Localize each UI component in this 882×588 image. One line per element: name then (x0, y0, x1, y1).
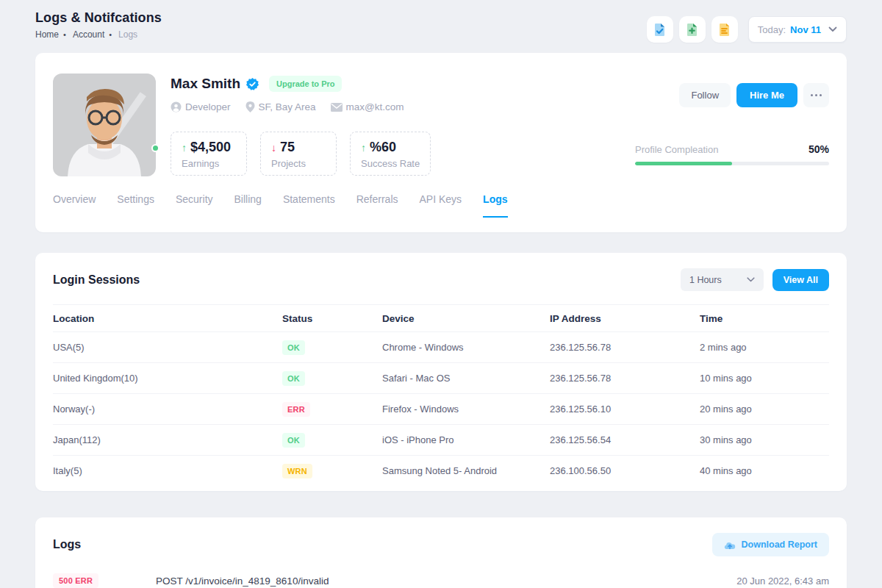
status-badge: ERR (282, 402, 310, 417)
stat-label: Earnings (182, 158, 236, 169)
col-location: Location (53, 313, 282, 324)
role-label: Developer (185, 101, 231, 112)
stat-success-rate: %60 Success Rate (350, 132, 431, 176)
stat-value: %60 (370, 140, 396, 155)
col-status: Status (282, 313, 382, 324)
email-item: max@kt.com (331, 101, 404, 112)
cell-time: 40 mins ago (700, 465, 829, 476)
location-label: SF, Bay Area (259, 101, 316, 112)
chevron-down-icon (747, 277, 755, 282)
table-row: United Kingdom(10) OK Safari - Mac OS 23… (53, 362, 829, 393)
hire-me-button[interactable]: Hire Me (736, 83, 797, 107)
logs-title: Logs (53, 538, 81, 551)
cell-device: Chrome - Windows (382, 342, 550, 353)
cell-location: Japan(112) (53, 434, 282, 445)
download-report-button[interactable]: Download Report (712, 533, 829, 556)
profile-card: Max Smith Upgrade to Pro Developer SF, B… (35, 53, 847, 232)
log-entry-row: 500 ERR POST /v1/invoice/in_4819_8610/in… (53, 573, 829, 588)
tab-overview[interactable]: Overview (53, 193, 96, 218)
completion-label: Profile Compleation (635, 144, 718, 155)
col-time: Time (700, 313, 829, 324)
file-check-button[interactable] (647, 16, 673, 43)
cell-device: iOS - iPhone Pro (382, 434, 550, 445)
progress-fill (635, 162, 732, 165)
tab-logs[interactable]: Logs (483, 193, 507, 218)
avatar (53, 74, 156, 176)
ellipsis-icon (811, 94, 813, 96)
follow-button[interactable]: Follow (679, 83, 731, 107)
page: Logs & Notifcations Home Account Logs (0, 0, 882, 588)
breadcrumb: Home Account Logs (35, 29, 162, 40)
page-title: Logs & Notifcations (35, 10, 162, 26)
more-options-button[interactable] (803, 83, 829, 107)
table-row: Italy(5) WRN Samsung Noted 5- Android 23… (53, 455, 829, 486)
cell-ip: 236.125.56.10 (550, 404, 700, 415)
file-plus-icon (685, 23, 699, 37)
stat-value: 75 (280, 140, 295, 155)
login-sessions-card: Login Sessions 1 Hours View All Location… (35, 253, 847, 491)
log-timestamp: 20 Jun 2022, 6:43 am (736, 576, 829, 587)
cell-time: 10 mins ago (700, 373, 829, 384)
progress-bar (635, 162, 829, 165)
profile-meta: Developer SF, Bay Area max@kt.com (171, 101, 635, 112)
cell-time: 20 mins ago (700, 404, 829, 415)
user-name: Max Smith (171, 76, 240, 92)
col-ip-address: IP Address (550, 313, 700, 324)
file-lines-button[interactable] (711, 16, 738, 43)
profile-info: Max Smith Upgrade to Pro Developer SF, B… (171, 74, 635, 176)
table-row: Norway(-) ERR Firefox - Windows 236.125.… (53, 393, 829, 424)
stat-earnings: $4,500 Earnings (171, 132, 247, 176)
verified-badge-icon (246, 78, 259, 90)
cell-time: 30 mins ago (700, 434, 829, 445)
tab-api-keys[interactable]: API Keys (420, 193, 462, 218)
cell-location: Italy(5) (53, 465, 282, 476)
profile-completion: Profile Compleation 50% (635, 143, 829, 165)
file-lines-icon (717, 23, 731, 37)
topbar-left: Logs & Notifcations Home Account Logs (35, 10, 162, 40)
envelope-icon (331, 103, 343, 112)
cell-device: Safari - Mac OS (382, 373, 550, 384)
location-item: SF, Bay Area (245, 101, 316, 112)
email-label: max@kt.com (346, 101, 404, 112)
table-row: Japan(112) OK iOS - iPhone Pro 236.125.5… (53, 424, 829, 455)
profile-tabs: Overview Settings Security Billing State… (53, 193, 829, 218)
sessions-title: Login Sessions (53, 273, 140, 287)
tab-referrals[interactable]: Referrals (356, 193, 398, 218)
log-request: POST /v1/invoice/in_4819_8610/invalid (156, 576, 736, 587)
hours-filter-select[interactable]: 1 Hours (681, 268, 764, 291)
stats-row: $4,500 Earnings 75 Projects (171, 132, 635, 176)
cell-location: United Kingdom(10) (53, 373, 282, 384)
breadcrumb-logs: Logs (118, 29, 137, 40)
role-item: Developer (171, 101, 231, 112)
tab-settings[interactable]: Settings (117, 193, 154, 218)
table-header-row: Location Status Device IP Address Time (53, 304, 829, 331)
tab-statements[interactable]: Statements (283, 193, 335, 218)
map-pin-icon (245, 101, 255, 112)
profile-right: Follow Hire Me Profile Compleation 50% (635, 74, 829, 176)
tab-security[interactable]: Security (176, 193, 213, 218)
file-plus-button[interactable] (679, 16, 706, 43)
cell-device: Firefox - Windows (382, 404, 550, 415)
stat-label: Success Rate (361, 158, 420, 169)
view-all-button[interactable]: View All (772, 269, 829, 291)
date-selector[interactable]: Today: Nov 11 (748, 16, 847, 43)
logs-card: Logs Download Report 500 ERR POST /v1/in… (35, 517, 847, 588)
cell-ip: 236.100.56.50 (550, 465, 700, 476)
cell-ip: 236.125.56.54 (550, 434, 700, 445)
trend-up-icon (361, 142, 366, 154)
cell-location: Norway(-) (53, 404, 282, 415)
completion-value: 50% (808, 143, 829, 155)
breadcrumb-home[interactable]: Home (35, 29, 66, 40)
tab-billing[interactable]: Billing (234, 193, 262, 218)
date-value: Nov 11 (790, 24, 821, 35)
online-status-dot (151, 144, 159, 152)
stat-label: Projects (271, 158, 326, 169)
file-check-icon (653, 23, 667, 37)
stat-projects: 75 Projects (260, 132, 337, 176)
status-badge: OK (282, 371, 305, 386)
trend-down-icon (271, 142, 276, 154)
cell-ip: 236.125.56.78 (550, 373, 700, 384)
breadcrumb-account[interactable]: Account (73, 29, 112, 40)
chevron-down-icon (828, 26, 837, 32)
upgrade-to-pro-badge[interactable]: Upgrade to Pro (269, 76, 342, 92)
